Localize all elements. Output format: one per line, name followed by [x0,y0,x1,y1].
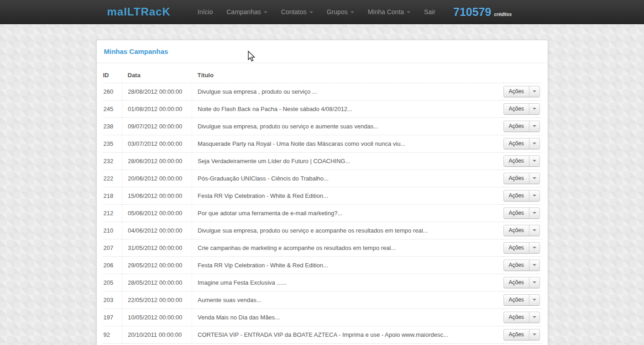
acoes-dropdown-button[interactable] [529,121,540,132]
campaign-id-cell: 210 [103,222,122,239]
nav-item-sair[interactable]: Sair [417,0,442,24]
acoes-button[interactable]: Ações [503,86,529,97]
brand-logo[interactable]: maILTRacK [107,5,171,18]
caret-down-icon [533,316,536,318]
campaign-title-cell: Festa RR Vip Celebration - White & Red E… [192,257,503,274]
caret-down-icon [533,299,536,301]
acoes-button[interactable]: Ações [503,242,529,254]
nav-item-contatos[interactable]: Contatos [274,0,320,24]
acoes-dropdown-button[interactable] [529,86,540,97]
nav-item-grupos[interactable]: Grupos [320,0,361,24]
caret-down-icon [533,108,536,110]
table-row: 206 29/05/2012 00:00:00 Festa RR Vip Cel… [103,257,541,274]
campaign-id-cell: 212 [103,205,122,222]
campaign-title-cell: Divulgue sua empresa, produto ou serviço… [192,118,503,135]
acoes-dropdown-button[interactable] [529,242,540,254]
acoes-dropdown-button[interactable] [529,207,540,219]
acoes-dropdown-button[interactable] [529,294,540,306]
table-body: 260 28/08/2012 00:00:00 Divulgue sua emp… [103,83,541,344]
campaigns-table: ID Data Título 260 28/08/2012 00:00:00 D… [103,63,541,344]
acoes-dropdown-button[interactable] [529,329,540,340]
campaign-id-cell: 92 [103,326,122,344]
caret-down-icon [533,90,536,92]
nav-item-label: Sair [424,8,435,16]
campaign-title-cell: Masquerade Party na Royal - Uma Noite da… [192,135,503,153]
acoes-button[interactable]: Ações [503,155,529,167]
campaign-actions-cell: Ações [503,222,541,239]
campaign-actions-cell: Ações [503,205,541,222]
campaign-date-cell: 20/10/2011 00:00:00 [122,326,192,344]
campaign-date-cell: 04/06/2012 00:00:00 [122,222,192,239]
caret-down-icon [533,264,536,266]
acoes-button[interactable]: Ações [503,260,529,271]
actions-split-button: Ações [503,277,540,288]
acoes-dropdown-button[interactable] [529,138,540,149]
acoes-button[interactable]: Ações [503,312,529,323]
acoes-dropdown-button[interactable] [529,103,540,115]
campaign-id-cell: 222 [103,170,122,187]
panel-header: Minhas Campanhas [97,40,548,63]
actions-split-button: Ações [503,173,540,184]
acoes-button[interactable]: Ações [503,138,529,149]
acoes-button[interactable]: Ações [503,207,529,219]
chevron-down-icon [351,11,354,13]
nav-item-label: Início [198,8,213,16]
acoes-dropdown-button[interactable] [529,225,540,236]
column-header-date: Data [122,63,192,83]
table-row: 238 09/07/2012 00:00:00 Divulgue sua emp… [103,118,541,135]
actions-split-button: Ações [503,242,540,254]
campaign-id-cell: 205 [103,274,122,292]
acoes-dropdown-button[interactable] [529,260,540,271]
campaign-id-cell: 260 [103,83,122,101]
acoes-dropdown-button[interactable] [529,173,540,184]
acoes-dropdown-button[interactable] [529,277,540,288]
campaign-title-cell: Aumente suas vendas... [192,292,503,309]
actions-split-button: Ações [503,155,540,167]
credits-value: 710579 [453,5,491,19]
acoes-button[interactable]: Ações [503,329,529,340]
caret-down-icon [533,281,536,283]
campaign-actions-cell: Ações [503,153,541,170]
chevron-down-icon [407,11,410,13]
campaign-title-cell: Pós-Graduação UNIClass - Ciêncis do Trab… [192,170,503,187]
campaign-id-cell: 207 [103,239,122,257]
campaign-id-cell: 245 [103,101,122,118]
campaign-title-cell: Imagine uma Festa Exclusiva ...... [192,274,503,292]
campaign-id-cell: 218 [103,187,122,205]
acoes-button[interactable]: Ações [503,225,529,236]
table-header-row: ID Data Título [103,63,541,83]
acoes-dropdown-button[interactable] [529,190,540,202]
campaign-actions-cell: Ações [503,118,541,135]
table-row: 197 10/05/2012 00:00:00 Venda Mais no Di… [103,309,541,326]
campaigns-panel: Minhas Campanhas ID Data Título 260 [96,40,548,345]
acoes-button[interactable]: Ações [503,121,529,132]
actions-split-button: Ações [503,329,540,340]
table-row: 232 28/06/2012 00:00:00 Seja Verdadeiram… [103,153,541,170]
acoes-button[interactable]: Ações [503,173,529,184]
acoes-dropdown-button[interactable] [529,155,540,167]
campaign-date-cell: 03/07/2012 00:00:00 [122,135,192,153]
acoes-button[interactable]: Ações [503,103,529,115]
column-header-title: Título [192,63,503,83]
campaign-date-cell: 28/08/2012 00:00:00 [122,83,192,101]
acoes-button[interactable]: Ações [503,277,529,288]
campaign-actions-cell: Ações [503,187,541,205]
actions-split-button: Ações [503,138,540,149]
navbar-container: maILTRacK Início Campanhas Contatos Grup… [96,0,548,24]
campaign-actions-cell: Ações [503,170,541,187]
actions-split-button: Ações [503,121,540,132]
actions-split-button: Ações [503,86,540,97]
nav-item-inicio[interactable]: Início [191,0,220,24]
acoes-dropdown-button[interactable] [529,312,540,323]
table-row: 207 31/05/2012 00:00:00 Crie campanhas d… [103,239,541,257]
campaign-actions-cell: Ações [503,274,541,292]
actions-split-button: Ações [503,207,540,219]
table-row: 205 28/05/2012 00:00:00 Imagine uma Fest… [103,274,541,292]
table-row: 260 28/08/2012 00:00:00 Divulgue sua emp… [103,83,541,101]
nav-item-minha-conta[interactable]: Minha Conta [361,0,417,24]
campaign-date-cell: 29/05/2012 00:00:00 [122,257,192,274]
campaign-actions-cell: Ações [503,326,541,344]
nav-item-campanhas[interactable]: Campanhas [220,0,274,24]
acoes-button[interactable]: Ações [503,190,529,202]
acoes-button[interactable]: Ações [503,294,529,306]
